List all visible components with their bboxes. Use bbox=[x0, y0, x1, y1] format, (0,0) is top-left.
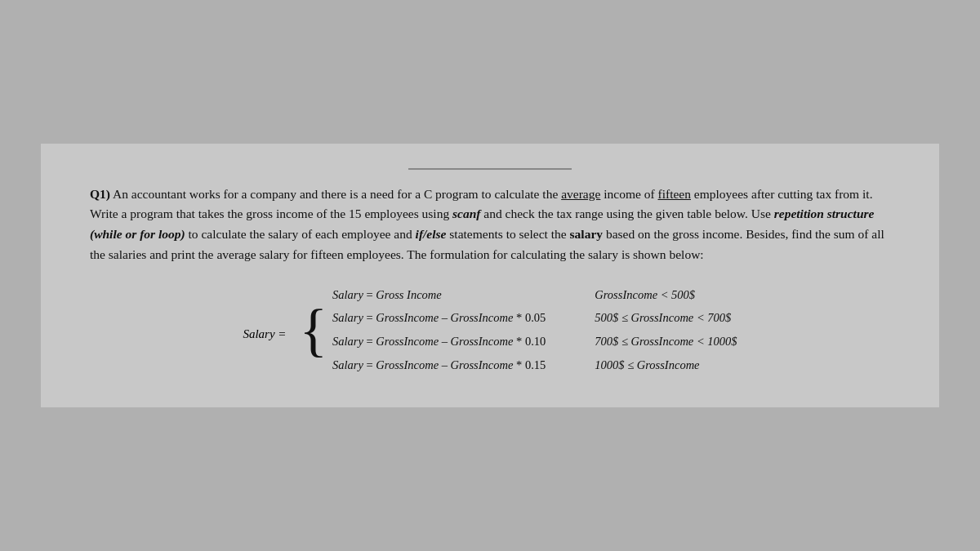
text-part5: to calculate the salary of each employee… bbox=[185, 227, 416, 241]
question-paragraph: Q1) An accountant works for a company an… bbox=[90, 184, 890, 265]
formula-lines-list: Salary = Gross Income Salary = GrossInco… bbox=[332, 285, 546, 375]
text-part4: and check the tax range using the given … bbox=[480, 207, 773, 220]
text-part2: income of bbox=[600, 187, 657, 201]
text-part6: statements to select the bbox=[446, 227, 569, 241]
underline-average: average bbox=[561, 187, 600, 201]
salary-equals-label: Salary = bbox=[243, 327, 286, 341]
conditions-right: GrossIncome < 500$ 500$ ≤ GrossIncome < … bbox=[595, 285, 737, 375]
formula-line-3: Salary = GrossIncome – GrossIncome * 0.1… bbox=[332, 331, 546, 352]
brace-container: { Salary = Gross Income Salary = GrossIn… bbox=[299, 285, 546, 375]
formula-line-2: Salary = GrossIncome – GrossIncome * 0.0… bbox=[332, 308, 546, 328]
condition-line-4: 1000$ ≤ GrossIncome bbox=[595, 355, 737, 375]
condition-line-3: 700$ ≤ GrossIncome < 1000$ bbox=[595, 331, 737, 352]
formula-section: Salary = { Salary = Gross Income Salary … bbox=[90, 285, 890, 375]
underline-fifteen: fifteen bbox=[658, 187, 691, 201]
condition-line-1: GrossIncome < 500$ bbox=[595, 285, 737, 305]
formula-line-4: Salary = GrossIncome – GrossIncome * 0.1… bbox=[332, 355, 546, 375]
scanf-text: scanf bbox=[452, 207, 480, 220]
condition-line-2: 500$ ≤ GrossIncome < 700$ bbox=[595, 308, 737, 328]
left-brace-icon: { bbox=[299, 300, 327, 359]
formula-line-1: Salary = Gross Income bbox=[332, 285, 546, 305]
ifelse-text: if/else bbox=[416, 227, 447, 241]
text-part1: An accountant works for a company and th… bbox=[110, 187, 561, 201]
question-label: Q1) bbox=[90, 187, 110, 201]
page-container: Q1) An accountant works for a company an… bbox=[41, 144, 939, 408]
salary-bold-text: salary bbox=[570, 227, 603, 241]
top-divider bbox=[408, 168, 572, 170]
formula-left: Salary = { Salary = Gross Income Salary … bbox=[243, 285, 546, 375]
